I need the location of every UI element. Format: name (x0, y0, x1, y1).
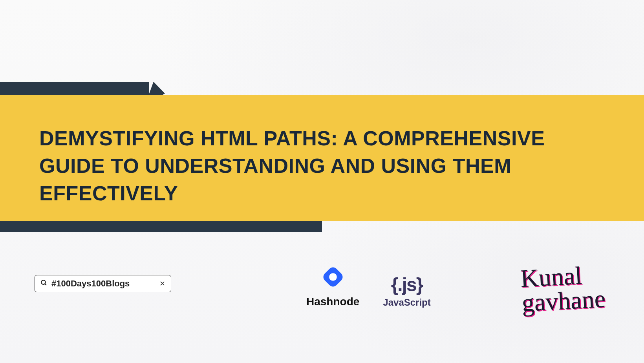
search-icon (40, 279, 48, 288)
js-label: JavaScript (383, 297, 430, 308)
javascript-logo: {.js} JavaScript (383, 274, 430, 308)
svg-line-1 (45, 284, 46, 285)
svg-point-3 (329, 273, 337, 281)
js-icon: {.js} (391, 274, 423, 295)
signature-lastname: gavhane (521, 288, 606, 314)
search-box[interactable]: #100Days100Blogs ✕ (35, 275, 171, 292)
hashnode-label: Hashnode (306, 295, 359, 308)
close-icon[interactable]: ✕ (159, 279, 165, 288)
hashnode-logo: Hashnode (306, 263, 359, 308)
search-input[interactable]: #100Days100Blogs (51, 279, 159, 289)
page-title: DEMYSTIFYING HTML PATHS: A COMPREHENSIVE… (39, 125, 550, 207)
author-signature: Kunal gavhane (520, 264, 606, 314)
decorative-bar (0, 221, 322, 232)
svg-point-0 (41, 280, 46, 284)
logo-row: Hashnode {.js} JavaScript (306, 263, 431, 308)
hashnode-icon (319, 263, 347, 291)
title-banner: DEMYSTIFYING HTML PATHS: A COMPREHENSIVE… (0, 95, 644, 221)
